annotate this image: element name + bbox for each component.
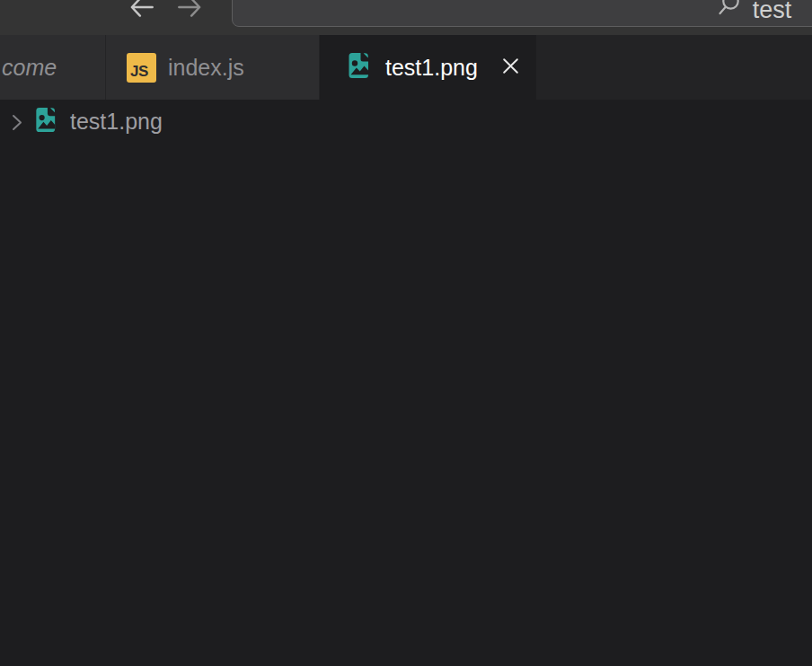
tab-index-js[interactable]: JS index.js: [106, 35, 320, 100]
vscode-window: test come JS index.js test1.png: [0, 0, 812, 666]
arrow-left-icon: [127, 0, 157, 26]
command-center-label: test: [753, 0, 792, 22]
close-tab-button[interactable]: [499, 57, 521, 78]
navigate-back-button[interactable]: [127, 0, 157, 24]
command-center-search-box[interactable]: test: [232, 0, 812, 27]
arrow-right-icon: [174, 0, 205, 26]
tab-test1-png-label: test1.png: [385, 55, 478, 81]
image-file-icon: [344, 51, 373, 83]
breadcrumb: test1.png: [0, 100, 812, 144]
breadcrumb-file-label: test1.png: [70, 109, 163, 135]
editor-tab-bar: come JS index.js test1.png: [0, 35, 812, 100]
editor-content-area[interactable]: [0, 144, 812, 666]
js-file-icon-text: JS: [130, 64, 148, 79]
title-bar: test: [0, 0, 812, 35]
command-center-content: test: [718, 0, 792, 22]
tab-bar-empty-space: [536, 35, 812, 100]
navigate-forward-button[interactable]: [174, 0, 205, 24]
tab-test1-png[interactable]: test1.png: [320, 35, 536, 100]
tab-welcome[interactable]: come: [0, 35, 106, 100]
close-icon: [500, 56, 521, 80]
js-file-icon: JS: [127, 53, 156, 83]
tab-index-js-label: index.js: [168, 55, 244, 81]
tab-welcome-label: come: [2, 55, 57, 81]
image-file-icon: [31, 106, 59, 137]
chevron-right-icon: [7, 112, 27, 132]
search-icon: [718, 0, 741, 21]
breadcrumb-item-file[interactable]: test1.png: [31, 106, 163, 137]
